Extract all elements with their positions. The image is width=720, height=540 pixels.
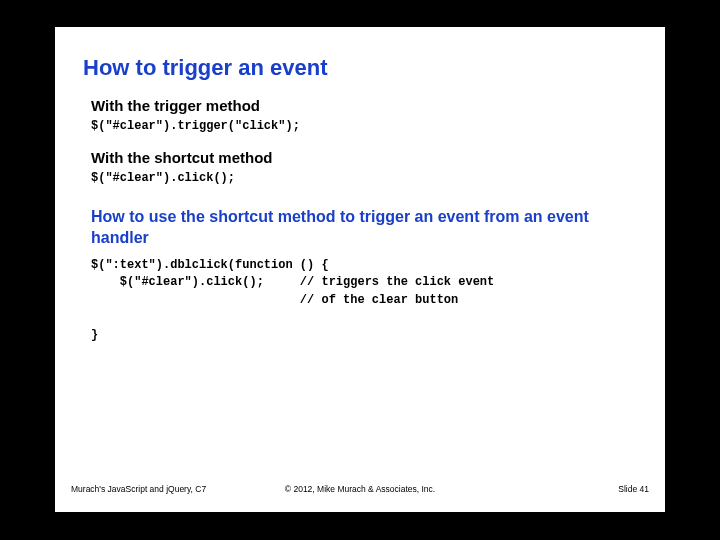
section3-heading: How to use the shortcut method to trigge…: [91, 206, 637, 249]
slide-title: How to trigger an event: [83, 55, 637, 81]
section1-code: $("#clear").trigger("click");: [91, 118, 637, 135]
section1-heading: With the trigger method: [91, 97, 637, 114]
slide-footer: Murach's JavaScript and jQuery, C7 © 201…: [55, 484, 665, 494]
section2-code: $("#clear").click();: [91, 170, 637, 187]
footer-copyright: © 2012, Mike Murach & Associates, Inc.: [55, 484, 665, 494]
section3-code: $(":text").dblclick(function () { $("#cl…: [91, 257, 637, 344]
slide-content: How to trigger an event With the trigger…: [55, 27, 665, 344]
slide: How to trigger an event With the trigger…: [55, 27, 665, 512]
section2-heading: With the shortcut method: [91, 149, 637, 166]
